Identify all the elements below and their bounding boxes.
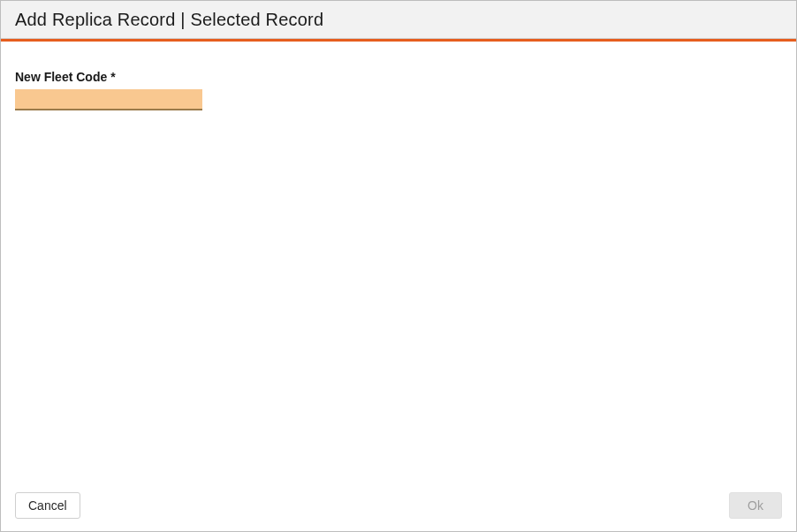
- dialog-header: Add Replica Record | Selected Record: [1, 1, 796, 39]
- fleet-code-label: New Fleet Code *: [15, 70, 782, 84]
- dialog-container: Add Replica Record | Selected Record New…: [0, 0, 797, 532]
- dialog-body: New Fleet Code *: [1, 42, 796, 482]
- fleet-code-input[interactable]: [15, 89, 202, 110]
- dialog-footer: Cancel Ok: [1, 482, 796, 531]
- cancel-button[interactable]: Cancel: [15, 492, 80, 519]
- dialog-title: Add Replica Record | Selected Record: [15, 10, 782, 30]
- ok-button[interactable]: Ok: [729, 492, 782, 519]
